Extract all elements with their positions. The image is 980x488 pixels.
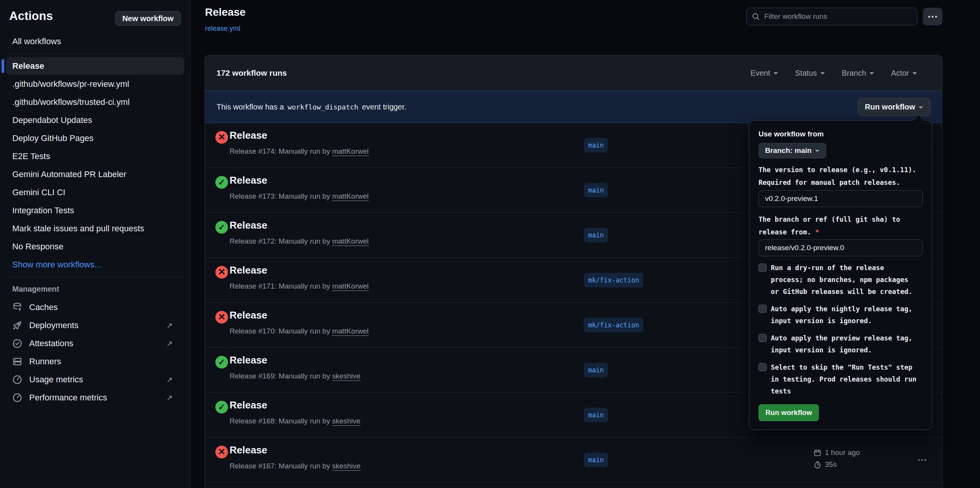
filter-dropdown[interactable]: Actor bbox=[891, 69, 917, 78]
workflow-options-button[interactable] bbox=[923, 8, 942, 25]
run-description: Release #168: Manually run by skeshive bbox=[230, 417, 360, 425]
branch-select-button[interactable]: Branch: main bbox=[759, 143, 826, 158]
divider bbox=[6, 53, 184, 54]
checkbox[interactable] bbox=[759, 334, 767, 342]
run-options-button[interactable] bbox=[914, 452, 930, 468]
kebab-icon bbox=[932, 16, 934, 18]
run-title-link[interactable]: Release bbox=[230, 129, 267, 141]
workflow-dispatch-code: workflow_dispatch bbox=[286, 103, 360, 111]
selected-indicator bbox=[2, 59, 4, 73]
chevron-down-icon bbox=[919, 106, 923, 111]
run-title-link[interactable]: Release bbox=[230, 444, 267, 456]
sidebar-item-deployments[interactable]: Deployments ↗ bbox=[6, 316, 184, 334]
run-workflow-submit-button[interactable]: Run workflow bbox=[759, 404, 819, 421]
partial-run-row bbox=[205, 483, 942, 488]
panel-checkboxes: Run a dry-run of the release process; no… bbox=[759, 262, 924, 397]
workflow-nav: All workflows Release .github/workflows/… bbox=[0, 32, 190, 407]
sidebar-item-workflow[interactable]: Dependabot Updates bbox=[6, 111, 184, 129]
run-title-link[interactable]: Release bbox=[230, 219, 267, 231]
filter-dropdown[interactable]: Branch bbox=[842, 69, 874, 78]
branch-badge[interactable]: mk/fix-action bbox=[584, 318, 643, 332]
new-workflow-button[interactable]: New workflow bbox=[115, 11, 181, 26]
branch-badge[interactable]: main bbox=[584, 408, 608, 422]
actor-link[interactable]: mattKorwel bbox=[332, 282, 369, 290]
sidebar-item-attestations[interactable]: Attestations ↗ bbox=[6, 334, 184, 352]
verified-badge-icon bbox=[12, 339, 22, 349]
run-title-link[interactable]: Release bbox=[230, 174, 267, 186]
database-icon bbox=[12, 302, 22, 312]
sidebar-item-workflow[interactable]: Release bbox=[6, 57, 184, 75]
actor-link[interactable]: mattKorwel bbox=[332, 327, 369, 335]
sidebar-item-workflow[interactable]: E2E Tests bbox=[6, 147, 184, 165]
calendar-icon bbox=[813, 449, 821, 457]
search-icon bbox=[752, 12, 760, 21]
run-title-link[interactable]: Release bbox=[230, 309, 267, 321]
sidebar-item-workflow[interactable]: Integration Tests bbox=[6, 201, 184, 219]
banner-text: This workflow has a workflow_dispatch ev… bbox=[216, 103, 407, 111]
kebab-icon bbox=[921, 459, 923, 461]
branch-badge[interactable]: main bbox=[584, 138, 608, 153]
sidebar-item-workflow[interactable]: .github/workflows/trusted-ci.yml bbox=[6, 93, 184, 111]
branch-badge[interactable]: main bbox=[584, 453, 608, 467]
run-title-link[interactable]: Release bbox=[230, 264, 267, 276]
ref-input[interactable] bbox=[759, 239, 923, 256]
sidebar-item-workflow[interactable]: No Response bbox=[6, 237, 184, 256]
run-workflow-panel: Use workflow from Branch: main The versi… bbox=[749, 120, 932, 430]
actor-link[interactable]: mattKorwel bbox=[332, 192, 369, 200]
server-icon bbox=[12, 357, 22, 367]
filter-runs-input[interactable] bbox=[746, 8, 917, 25]
workflow-run-row: Release Release #167: Manually run by sk… bbox=[205, 438, 942, 483]
actor-link[interactable]: mattKorwel bbox=[332, 237, 369, 245]
branch-badge[interactable]: main bbox=[584, 183, 608, 198]
run-description: Release #173: Manually run by mattKorwel bbox=[230, 192, 369, 201]
external-link-icon: ↗ bbox=[166, 321, 173, 330]
sidebar-item-runners[interactable]: Runners bbox=[6, 352, 184, 370]
checkbox-option: Select to skip the "Run Tests" step in t… bbox=[759, 362, 924, 397]
chevron-down-icon bbox=[815, 150, 820, 154]
sidebar-item-performance-metrics[interactable]: Performance metrics ↗ bbox=[6, 388, 184, 407]
actor-link[interactable]: mattKorwel bbox=[332, 147, 369, 155]
run-title-link[interactable]: Release bbox=[230, 399, 267, 411]
branch-badge[interactable]: main bbox=[584, 363, 608, 377]
workflow-file-link[interactable]: release.yml bbox=[205, 25, 240, 33]
filter-runs-search bbox=[746, 8, 917, 25]
runs-count: 172 workflow runs bbox=[216, 68, 287, 78]
sidebar-item-workflow[interactable]: .github/workflows/pr-review.yml bbox=[6, 75, 184, 93]
status-icon bbox=[215, 356, 228, 368]
actor-link[interactable]: skeshive bbox=[332, 462, 360, 470]
sidebar-title: Actions bbox=[9, 9, 53, 23]
run-time: 1 hour ago bbox=[813, 448, 860, 457]
status-icon bbox=[215, 176, 228, 189]
sidebar-item-workflow[interactable]: Mark stale issues and pull requests bbox=[6, 219, 184, 237]
checkbox[interactable] bbox=[759, 305, 767, 313]
run-workflow-dropdown-button[interactable]: Run workflow bbox=[858, 98, 930, 116]
sidebar-item-workflow[interactable]: Gemini CLI CI bbox=[6, 183, 184, 201]
filter-dropdown[interactable]: Event bbox=[750, 69, 778, 78]
sidebar-item-workflow[interactable]: Deploy GitHub Pages bbox=[6, 129, 184, 147]
ref-help-text: The branch or ref (full git sha) to rele… bbox=[759, 213, 924, 239]
run-description: Release #167: Manually run by skeshive bbox=[230, 462, 360, 470]
branch-badge[interactable]: mk/fix-action bbox=[584, 273, 643, 287]
sidebar-item-caches[interactable]: Caches bbox=[6, 298, 184, 316]
version-input[interactable] bbox=[759, 190, 923, 207]
required-asterisk: * bbox=[815, 228, 820, 236]
checkbox[interactable] bbox=[759, 264, 767, 272]
sidebar-item-workflow[interactable]: Gemini Automated PR Labeler bbox=[6, 165, 184, 183]
filter-dropdown[interactable]: Status bbox=[795, 69, 825, 78]
external-link-icon: ↗ bbox=[166, 393, 173, 402]
workflow-list: Release .github/workflows/pr-review.yml … bbox=[6, 57, 184, 274]
run-title-link[interactable]: Release bbox=[230, 354, 267, 366]
checkbox-option: Auto apply the nightly release tag, inpu… bbox=[759, 303, 924, 327]
checkbox[interactable] bbox=[759, 363, 767, 371]
sidebar-item-workflow[interactable]: Show more workflows... bbox=[6, 256, 184, 274]
run-description: Release #171: Manually run by mattKorwel bbox=[230, 282, 369, 290]
branch-badge[interactable]: main bbox=[584, 228, 608, 242]
chevron-down-icon bbox=[820, 72, 825, 77]
actor-link[interactable]: skeshive bbox=[332, 372, 360, 380]
stopwatch-icon bbox=[813, 461, 821, 469]
chevron-down-icon bbox=[869, 72, 874, 77]
actor-link[interactable]: skeshive bbox=[332, 417, 360, 425]
sidebar-item-all-workflows[interactable]: All workflows bbox=[6, 32, 184, 50]
sidebar-item-usage-metrics[interactable]: Usage metrics ↗ bbox=[6, 370, 184, 388]
run-description: Release #170: Manually run by mattKorwel bbox=[230, 327, 369, 335]
